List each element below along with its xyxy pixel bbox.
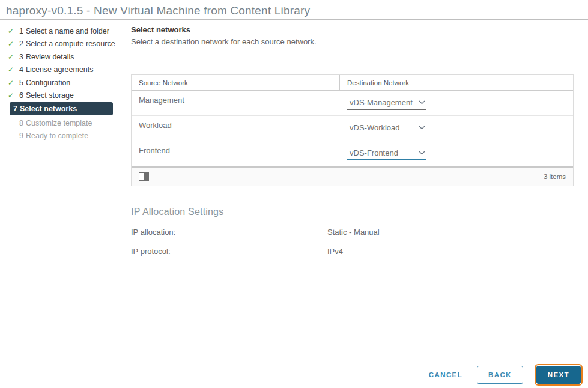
check-icon: ✓	[6, 91, 16, 100]
check-icon: ✓	[6, 40, 16, 48]
selected-network-value: vDS-Frontend	[350, 148, 398, 157]
chevron-down-icon	[419, 126, 425, 130]
destination-network-select-frontend[interactable]: vDS-Frontend	[347, 147, 426, 160]
step-customize-template[interactable]: ✓ 8 Customize template	[6, 117, 126, 130]
column-header-destination-network: Destination Network	[340, 75, 573, 90]
selected-network-value: vDS-Workload	[350, 123, 400, 132]
table-row-workload: Workload vDS-Workload	[132, 116, 573, 141]
wizard-steps-sidebar: ✓ 1 Select a name and folder ✓ 2 Select …	[6, 25, 126, 142]
step-label: Select a name and folder	[26, 27, 109, 35]
step-configuration[interactable]: ✓ 5 Configuration	[6, 76, 126, 89]
step-label: Select a compute resource	[26, 40, 115, 48]
destination-network-select-workload[interactable]: vDS-Workload	[347, 122, 426, 135]
check-icon: ✓	[6, 27, 16, 35]
chevron-down-icon	[419, 100, 425, 105]
step-ready-to-complete[interactable]: ✓ 9 Ready to complete	[6, 130, 126, 143]
step-select-name-folder[interactable]: ✓ 1 Select a name and folder	[6, 25, 126, 38]
table-row-frontend: Frontend vDS-Frontend	[132, 141, 573, 166]
step-license-agreements[interactable]: ✓ 4 License agreements	[6, 64, 126, 77]
step-select-storage[interactable]: ✓ 6 Select storage	[6, 89, 126, 103]
ip-protocol-row: IP protocol: IPv4	[131, 247, 574, 256]
ip-allocation-value: Static - Manual	[327, 228, 380, 237]
step-label: Ready to complete	[26, 132, 88, 140]
check-icon: ✓	[6, 79, 16, 87]
column-header-source-network: Source Network	[132, 75, 340, 90]
source-network-label: Frontend	[132, 141, 340, 166]
step-label: Select storage	[26, 91, 74, 100]
step-select-networks-active[interactable]: 7 Select networks	[10, 102, 113, 115]
step-label: Review details	[26, 53, 74, 61]
step-label: Configuration	[26, 79, 70, 87]
title-divider	[0, 19, 588, 20]
step-select-compute-resource[interactable]: ✓ 2 Select a compute resource	[6, 38, 126, 51]
wizard-actions: CANCEL BACK NEXT	[428, 366, 581, 384]
destination-network-select-management[interactable]: vDS-Management	[347, 97, 426, 110]
window-title: haproxy-v0.1.5 - New Virtual Machine fro…	[6, 4, 310, 17]
panel-divider	[131, 55, 574, 55]
selected-network-value: vDS-Management	[350, 98, 413, 107]
chevron-down-icon	[419, 151, 425, 155]
select-networks-panel: Select networks Select a destination net…	[131, 25, 574, 256]
check-icon: ✓	[6, 53, 16, 61]
check-icon: ✓	[6, 65, 16, 74]
source-network-label: Management	[132, 91, 340, 115]
table-header-row: Source Network Destination Network	[132, 75, 573, 91]
panel-title: Select networks	[131, 25, 574, 34]
table-row-management: Management vDS-Management	[132, 91, 573, 116]
items-count: 3 items	[544, 173, 566, 180]
ip-allocation-settings: IP Allocation Settings IP allocation: St…	[131, 207, 574, 256]
network-mapping-table: Source Network Destination Network Manag…	[131, 74, 574, 186]
column-settings-icon[interactable]	[139, 172, 149, 181]
ip-allocation-settings-title: IP Allocation Settings	[131, 207, 574, 217]
step-label: License agreements	[26, 65, 94, 74]
ip-allocation-label: IP allocation:	[131, 228, 327, 237]
step-review-details[interactable]: ✓ 3 Review details	[6, 50, 126, 64]
back-button[interactable]: BACK	[477, 366, 523, 384]
cancel-button[interactable]: CANCEL	[428, 366, 464, 383]
ip-protocol-label: IP protocol:	[131, 247, 327, 256]
ip-allocation-row: IP allocation: Static - Manual	[131, 228, 574, 237]
step-label: Customize template	[26, 119, 92, 127]
ip-protocol-value: IPv4	[327, 247, 343, 256]
step-label: Select networks	[20, 105, 77, 113]
panel-subtitle: Select a destination network for each so…	[131, 37, 574, 46]
next-button[interactable]: NEXT	[536, 366, 581, 384]
source-network-label: Workload	[132, 116, 340, 141]
table-footer: 3 items	[132, 166, 573, 186]
